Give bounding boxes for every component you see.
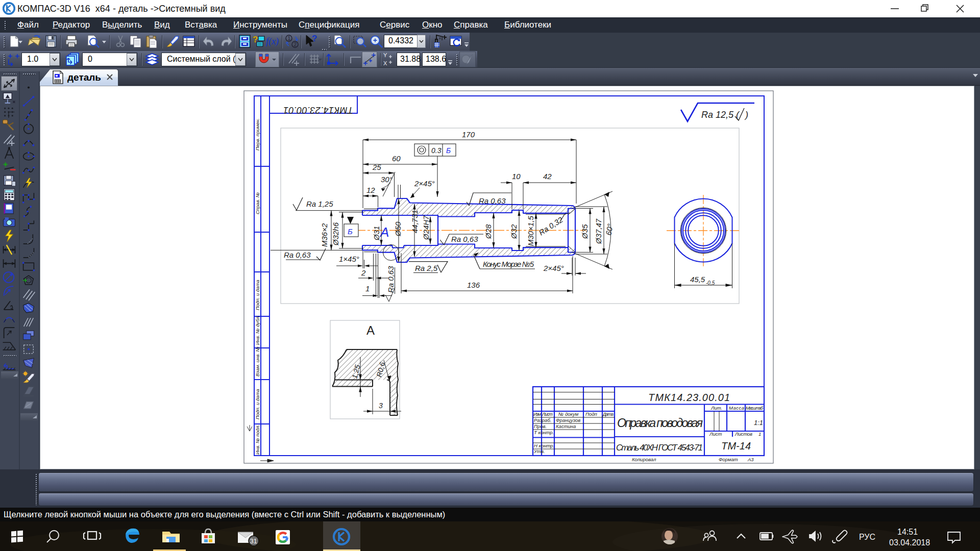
svg-text:-0,5: -0,5 [706,280,715,286]
svg-text:X: X [383,60,387,66]
svg-text:): ) [744,110,748,120]
svg-text:Ø31: Ø31 [372,226,381,241]
svg-text:Лист: Лист [709,431,722,437]
svg-text:170: 170 [462,130,475,139]
svg-text:3: 3 [379,402,383,410]
svg-text:Перв. примен.: Перв. примен. [255,118,260,151]
svg-text:Инв. № подл.: Инв. № подл. [255,424,260,455]
svg-text:РУС: РУС [859,533,875,541]
svg-text:136: 136 [467,281,480,289]
svg-text:2×45°: 2×45° [543,264,564,272]
svg-text:Конус Морзе №5: Конус Морзе №5 [483,260,534,268]
svg-text:03.04.2018: 03.04.2018 [889,538,930,547]
svg-text:Масса: Масса [729,405,744,411]
svg-text:Y: Y [383,52,387,58]
svg-text:Французов: Французов [556,417,580,423]
svg-text:25: 25 [372,163,381,171]
svg-text:31: 31 [250,538,257,545]
svg-text:Ra 1,25: Ra 1,25 [306,199,333,208]
svg-text:деталь: деталь [67,72,101,83]
svg-text:Ra 0,63: Ra 0,63 [284,251,311,259]
svg-text:1:1: 1:1 [754,419,763,427]
svg-text:Ø24Н7: Ø24Н7 [422,215,430,240]
svg-text:Ø32h6: Ø32h6 [331,222,340,246]
svg-text:Оправка поводовая: Оправка поводовая [617,416,703,430]
svg-text:Взам. инв. №: Взам. инв. № [255,346,260,377]
svg-text:Утв.: Утв. [533,448,545,454]
svg-text:Ra 0,63: Ra 0,63 [386,266,395,293]
svg-text:Ø32: Ø32 [509,224,518,239]
svg-text:Ra 2,5: Ra 2,5 [415,264,438,272]
svg-text:1: 1 [365,284,370,293]
svg-text:Б: Б [348,227,353,236]
svg-text:Ø28: Ø28 [484,224,493,239]
svg-text:Подп. и дата: Подп. и дата [255,389,260,419]
svg-text:?: ? [312,34,317,43]
svg-text:12: 12 [366,186,375,194]
svg-text:30°: 30° [381,175,393,184]
svg-text:Кастина: Кастина [556,423,576,429]
svg-text:М30×1,5: М30×1,5 [526,216,535,246]
svg-text:1: 1 [758,431,761,437]
svg-text:44,731: 44,731 [410,210,419,233]
svg-text:Ra 0,63: Ra 0,63 [451,235,478,243]
svg-text:Инв. № дубл.: Инв. № дубл. [255,315,260,345]
svg-text:Дата: Дата [602,411,614,417]
svg-text:42: 42 [543,172,552,181]
svg-text:Копировал: Копировал [632,457,656,462]
svg-text:М36×2: М36×2 [320,223,329,247]
svg-text:Масштаб: Масштаб [746,405,764,411]
svg-text:ТМ-14: ТМ-14 [721,440,751,452]
svg-text:Пров.: Пров. [534,423,547,429]
svg-text:Б: Б [446,146,451,155]
svg-text:f(x): f(x) [266,36,279,47]
svg-text:Ø35: Ø35 [580,224,589,239]
svg-text:Разраб.: Разраб. [534,417,551,423]
svg-text:14:51: 14:51 [897,528,918,536]
svg-text:Сталь 40ХН ГОСТ 4543-71: Сталь 40ХН ГОСТ 4543-71 [616,443,703,453]
svg-text:ТМК14.23.00.01: ТМК14.23.00.01 [283,105,353,115]
svg-text:0.3: 0.3 [431,146,442,155]
svg-text:Подп: Подп [585,411,597,417]
svg-text:Ø50: Ø50 [394,221,402,237]
svg-text:Лит.: Лит. [710,405,722,411]
svg-text:№ докум: № докум [558,411,579,417]
svg-text:Справ. №: Справ. № [255,192,260,214]
svg-text:А3: А3 [747,457,754,462]
svg-text:Подп. и дата: Подп. и дата [255,280,260,310]
svg-text:2: 2 [294,42,297,47]
svg-text:1: 1 [288,36,291,41]
svg-text:Листов: Листов [734,431,752,437]
svg-text:Формат: Формат [719,457,738,462]
svg-text:10: 10 [512,172,521,181]
svg-text:Ø37,47: Ø37,47 [594,218,603,244]
svg-text:Т контр.: Т контр. [534,430,554,435]
svg-text:Лист: Лист [542,411,553,417]
svg-text:60: 60 [392,154,401,163]
svg-text:45,5: 45,5 [690,275,705,284]
svg-text:Изм: Изм [533,411,541,417]
svg-text:2: 2 [361,268,366,277]
svg-text:ТМК14.23.00.01: ТМК14.23.00.01 [648,392,730,403]
svg-text:А: А [366,323,375,337]
svg-text:Н контр.: Н контр. [534,443,554,448]
svg-text:Ra 12,5 (: Ra 12,5 ( [701,110,740,120]
svg-text:Ra 0,63: Ra 0,63 [479,196,506,205]
svg-text:1×45°: 1×45° [339,255,359,263]
svg-text:2×45°: 2×45° [414,179,435,188]
